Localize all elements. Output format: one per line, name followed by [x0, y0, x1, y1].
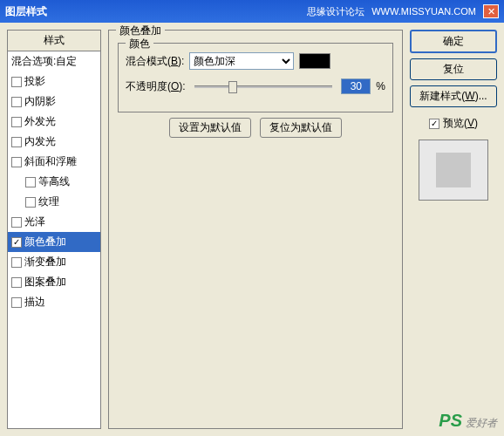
style-item-gradient_overlay[interactable]: 渐变叠加 — [8, 252, 100, 272]
opacity-slider[interactable] — [194, 85, 333, 88]
close-icon[interactable]: ✕ — [483, 4, 499, 18]
style-label: 内阴影 — [24, 94, 56, 109]
checkbox-contour[interactable] — [25, 177, 36, 187]
preview-box — [419, 140, 488, 201]
checkbox-pattern_overlay[interactable] — [11, 277, 22, 288]
default-buttons: 设置为默认值 复位为默认值 — [118, 118, 393, 138]
reset-button[interactable]: 复位 — [410, 58, 497, 80]
right-panel: 确定 复位 新建样式(W)... ✓ 预览(V) — [410, 30, 497, 429]
style-label: 渐变叠加 — [24, 255, 66, 269]
checkbox-drop_shadow[interactable] — [11, 77, 22, 87]
reset-default-button[interactable]: 复位为默认值 — [260, 118, 342, 138]
blend-mode-label: 混合模式(B): — [126, 54, 184, 69]
style-label: 斜面和浮雕 — [24, 154, 77, 169]
checkbox-satin[interactable] — [11, 217, 22, 228]
new-style-button[interactable]: 新建样式(W)... — [410, 85, 497, 107]
center-panel: 颜色叠加 颜色 混合模式(B): 颜色加深 不透明度(O): — [108, 30, 403, 429]
style-item-drop_shadow[interactable]: 投影 — [8, 72, 100, 92]
color-group: 颜色 混合模式(B): 颜色加深 不透明度(O): — [118, 43, 393, 112]
style-item-outer_glow[interactable]: 外发光 — [8, 112, 100, 132]
checkbox-texture[interactable] — [25, 197, 36, 208]
checkbox-inner_glow[interactable] — [11, 137, 22, 147]
style-label: 光泽 — [24, 215, 45, 229]
style-item-texture[interactable]: 纹理 — [8, 192, 100, 212]
opacity-input[interactable] — [341, 78, 371, 94]
style-label: 等高线 — [38, 174, 70, 189]
color-swatch[interactable] — [299, 53, 330, 69]
color-overlay-group: 颜色叠加 颜色 混合模式(B): 颜色加深 不透明度(O): — [108, 30, 403, 429]
checkbox-inner_shadow[interactable] — [11, 97, 22, 107]
style-label: 颜色叠加 — [24, 235, 66, 249]
titlebar: 图层样式 思缘设计论坛 WWW.MISSYUAN.COM ✕ — [0, 0, 504, 23]
style-label: 投影 — [24, 74, 45, 89]
opacity-row: 不透明度(O): % — [126, 78, 385, 94]
style-item-satin[interactable]: 光泽 — [8, 212, 100, 232]
blend-options-item[interactable]: 混合选项:自定 — [8, 51, 100, 72]
checkbox-bevel[interactable] — [11, 157, 22, 167]
preview-checkbox[interactable]: ✓ — [429, 119, 439, 129]
style-item-color_overlay[interactable]: ✓颜色叠加 — [8, 232, 100, 252]
style-item-stroke[interactable]: 描边 — [8, 292, 100, 312]
set-default-button[interactable]: 设置为默认值 — [169, 118, 251, 138]
checkbox-stroke[interactable] — [11, 297, 22, 308]
style-label: 内发光 — [24, 134, 56, 149]
blend-mode-select[interactable]: 颜色加深 — [189, 52, 294, 70]
style-item-bevel[interactable]: 斜面和浮雕 — [8, 152, 100, 172]
style-label: 纹理 — [38, 194, 59, 209]
checkbox-outer_glow[interactable] — [11, 117, 22, 127]
blend-mode-row: 混合模式(B): 颜色加深 — [126, 52, 385, 70]
styles-list: 样式 混合选项:自定 投影内阴影外发光内发光斜面和浮雕等高线纹理光泽✓颜色叠加渐… — [7, 30, 101, 429]
percent-label: % — [376, 80, 385, 92]
style-label: 图案叠加 — [24, 275, 66, 290]
preview-check-row[interactable]: ✓ 预览(V) — [410, 116, 497, 131]
style-label: 外发光 — [24, 114, 56, 129]
style-item-pattern_overlay[interactable]: 图案叠加 — [8, 272, 100, 292]
dialog-body: 样式 混合选项:自定 投影内阴影外发光内发光斜面和浮雕等高线纹理光泽✓颜色叠加渐… — [0, 23, 504, 436]
style-item-inner_glow[interactable]: 内发光 — [8, 132, 100, 152]
checkbox-gradient_overlay[interactable] — [11, 257, 22, 268]
style-label: 描边 — [24, 295, 45, 310]
inner-group-title: 颜色 — [126, 37, 153, 51]
styles-header: 样式 — [8, 31, 100, 51]
titlebar-right: 思缘设计论坛 WWW.MISSYUAN.COM ✕ — [307, 4, 499, 18]
ok-button[interactable]: 确定 — [410, 30, 497, 53]
opacity-label: 不透明度(O): — [126, 79, 186, 94]
slider-thumb[interactable] — [228, 81, 237, 93]
preview-label: 预览(V) — [443, 116, 478, 131]
style-item-contour[interactable]: 等高线 — [8, 172, 100, 192]
preview-swatch — [436, 153, 471, 187]
checkbox-color_overlay[interactable]: ✓ — [11, 237, 22, 248]
style-item-inner_shadow[interactable]: 内阴影 — [8, 92, 100, 112]
watermark: PS爱好者 — [439, 411, 497, 431]
window-title: 图层样式 — [5, 4, 307, 19]
